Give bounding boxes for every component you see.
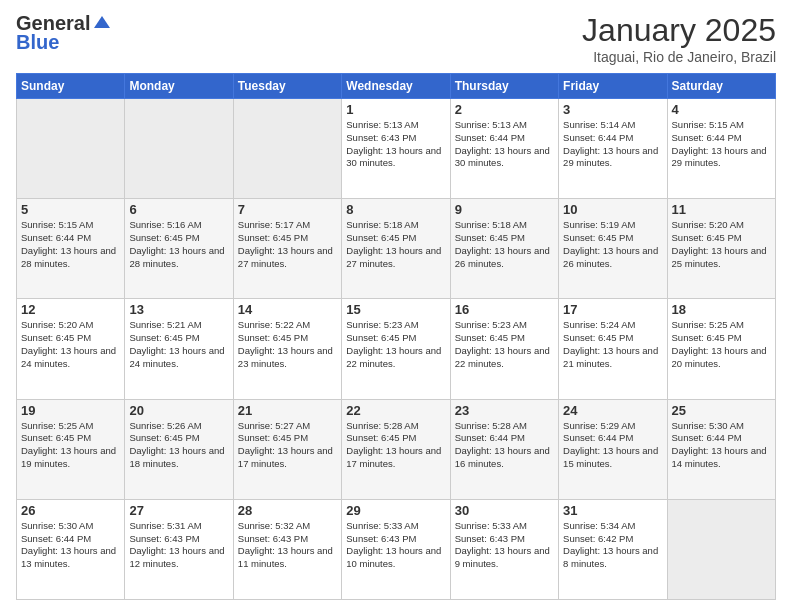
calendar-cell: 25Sunrise: 5:30 AM Sunset: 6:44 PM Dayli…	[667, 399, 775, 499]
day-info: Sunrise: 5:25 AM Sunset: 6:45 PM Dayligh…	[672, 319, 771, 370]
calendar-cell: 18Sunrise: 5:25 AM Sunset: 6:45 PM Dayli…	[667, 299, 775, 399]
day-info: Sunrise: 5:19 AM Sunset: 6:45 PM Dayligh…	[563, 219, 662, 270]
calendar-cell: 17Sunrise: 5:24 AM Sunset: 6:45 PM Dayli…	[559, 299, 667, 399]
day-number: 22	[346, 403, 445, 418]
day-number: 29	[346, 503, 445, 518]
day-number: 13	[129, 302, 228, 317]
day-number: 9	[455, 202, 554, 217]
calendar-cell	[125, 99, 233, 199]
day-number: 24	[563, 403, 662, 418]
calendar-cell: 7Sunrise: 5:17 AM Sunset: 6:45 PM Daylig…	[233, 199, 341, 299]
calendar-cell: 6Sunrise: 5:16 AM Sunset: 6:45 PM Daylig…	[125, 199, 233, 299]
day-number: 20	[129, 403, 228, 418]
calendar-cell: 8Sunrise: 5:18 AM Sunset: 6:45 PM Daylig…	[342, 199, 450, 299]
col-header-saturday: Saturday	[667, 74, 775, 99]
week-row-2: 5Sunrise: 5:15 AM Sunset: 6:44 PM Daylig…	[17, 199, 776, 299]
calendar-cell: 9Sunrise: 5:18 AM Sunset: 6:45 PM Daylig…	[450, 199, 558, 299]
calendar-cell: 1Sunrise: 5:13 AM Sunset: 6:43 PM Daylig…	[342, 99, 450, 199]
calendar-cell	[667, 499, 775, 599]
day-info: Sunrise: 5:18 AM Sunset: 6:45 PM Dayligh…	[346, 219, 445, 270]
logo-icon	[92, 14, 112, 34]
day-info: Sunrise: 5:26 AM Sunset: 6:45 PM Dayligh…	[129, 420, 228, 471]
day-number: 31	[563, 503, 662, 518]
calendar-cell: 26Sunrise: 5:30 AM Sunset: 6:44 PM Dayli…	[17, 499, 125, 599]
calendar-cell: 20Sunrise: 5:26 AM Sunset: 6:45 PM Dayli…	[125, 399, 233, 499]
calendar-cell: 3Sunrise: 5:14 AM Sunset: 6:44 PM Daylig…	[559, 99, 667, 199]
day-number: 14	[238, 302, 337, 317]
day-number: 28	[238, 503, 337, 518]
calendar-cell: 4Sunrise: 5:15 AM Sunset: 6:44 PM Daylig…	[667, 99, 775, 199]
col-header-monday: Monday	[125, 74, 233, 99]
svg-marker-0	[94, 16, 110, 28]
day-number: 3	[563, 102, 662, 117]
day-info: Sunrise: 5:13 AM Sunset: 6:44 PM Dayligh…	[455, 119, 554, 170]
calendar-cell: 31Sunrise: 5:34 AM Sunset: 6:42 PM Dayli…	[559, 499, 667, 599]
day-number: 11	[672, 202, 771, 217]
day-number: 23	[455, 403, 554, 418]
calendar-table: SundayMondayTuesdayWednesdayThursdayFrid…	[16, 73, 776, 600]
day-info: Sunrise: 5:24 AM Sunset: 6:45 PM Dayligh…	[563, 319, 662, 370]
calendar-cell: 16Sunrise: 5:23 AM Sunset: 6:45 PM Dayli…	[450, 299, 558, 399]
day-info: Sunrise: 5:15 AM Sunset: 6:44 PM Dayligh…	[672, 119, 771, 170]
calendar-cell: 24Sunrise: 5:29 AM Sunset: 6:44 PM Dayli…	[559, 399, 667, 499]
day-number: 18	[672, 302, 771, 317]
day-info: Sunrise: 5:14 AM Sunset: 6:44 PM Dayligh…	[563, 119, 662, 170]
day-number: 30	[455, 503, 554, 518]
day-info: Sunrise: 5:29 AM Sunset: 6:44 PM Dayligh…	[563, 420, 662, 471]
calendar-cell: 28Sunrise: 5:32 AM Sunset: 6:43 PM Dayli…	[233, 499, 341, 599]
day-info: Sunrise: 5:33 AM Sunset: 6:43 PM Dayligh…	[455, 520, 554, 571]
calendar-cell: 27Sunrise: 5:31 AM Sunset: 6:43 PM Dayli…	[125, 499, 233, 599]
calendar-cell: 30Sunrise: 5:33 AM Sunset: 6:43 PM Dayli…	[450, 499, 558, 599]
day-info: Sunrise: 5:32 AM Sunset: 6:43 PM Dayligh…	[238, 520, 337, 571]
day-number: 12	[21, 302, 120, 317]
day-number: 19	[21, 403, 120, 418]
day-info: Sunrise: 5:25 AM Sunset: 6:45 PM Dayligh…	[21, 420, 120, 471]
day-info: Sunrise: 5:13 AM Sunset: 6:43 PM Dayligh…	[346, 119, 445, 170]
calendar-cell: 15Sunrise: 5:23 AM Sunset: 6:45 PM Dayli…	[342, 299, 450, 399]
calendar-cell: 11Sunrise: 5:20 AM Sunset: 6:45 PM Dayli…	[667, 199, 775, 299]
day-info: Sunrise: 5:27 AM Sunset: 6:45 PM Dayligh…	[238, 420, 337, 471]
calendar-cell: 22Sunrise: 5:28 AM Sunset: 6:45 PM Dayli…	[342, 399, 450, 499]
page: General Blue January 2025 Itaguai, Rio d…	[0, 0, 792, 612]
day-number: 17	[563, 302, 662, 317]
day-number: 16	[455, 302, 554, 317]
calendar-cell: 23Sunrise: 5:28 AM Sunset: 6:44 PM Dayli…	[450, 399, 558, 499]
day-number: 27	[129, 503, 228, 518]
day-info: Sunrise: 5:30 AM Sunset: 6:44 PM Dayligh…	[21, 520, 120, 571]
day-number: 1	[346, 102, 445, 117]
day-number: 4	[672, 102, 771, 117]
day-info: Sunrise: 5:22 AM Sunset: 6:45 PM Dayligh…	[238, 319, 337, 370]
week-row-5: 26Sunrise: 5:30 AM Sunset: 6:44 PM Dayli…	[17, 499, 776, 599]
month-title: January 2025	[582, 12, 776, 49]
day-info: Sunrise: 5:28 AM Sunset: 6:44 PM Dayligh…	[455, 420, 554, 471]
day-info: Sunrise: 5:28 AM Sunset: 6:45 PM Dayligh…	[346, 420, 445, 471]
day-info: Sunrise: 5:15 AM Sunset: 6:44 PM Dayligh…	[21, 219, 120, 270]
day-number: 10	[563, 202, 662, 217]
day-info: Sunrise: 5:17 AM Sunset: 6:45 PM Dayligh…	[238, 219, 337, 270]
location: Itaguai, Rio de Janeiro, Brazil	[582, 49, 776, 65]
calendar-cell: 12Sunrise: 5:20 AM Sunset: 6:45 PM Dayli…	[17, 299, 125, 399]
day-info: Sunrise: 5:23 AM Sunset: 6:45 PM Dayligh…	[346, 319, 445, 370]
day-info: Sunrise: 5:23 AM Sunset: 6:45 PM Dayligh…	[455, 319, 554, 370]
calendar-cell	[233, 99, 341, 199]
week-row-1: 1Sunrise: 5:13 AM Sunset: 6:43 PM Daylig…	[17, 99, 776, 199]
day-number: 21	[238, 403, 337, 418]
day-number: 8	[346, 202, 445, 217]
day-info: Sunrise: 5:31 AM Sunset: 6:43 PM Dayligh…	[129, 520, 228, 571]
calendar-cell	[17, 99, 125, 199]
logo-blue: Blue	[16, 31, 59, 54]
day-number: 2	[455, 102, 554, 117]
calendar-cell: 21Sunrise: 5:27 AM Sunset: 6:45 PM Dayli…	[233, 399, 341, 499]
col-header-friday: Friday	[559, 74, 667, 99]
day-info: Sunrise: 5:18 AM Sunset: 6:45 PM Dayligh…	[455, 219, 554, 270]
col-header-thursday: Thursday	[450, 74, 558, 99]
day-number: 15	[346, 302, 445, 317]
day-info: Sunrise: 5:16 AM Sunset: 6:45 PM Dayligh…	[129, 219, 228, 270]
calendar-cell: 2Sunrise: 5:13 AM Sunset: 6:44 PM Daylig…	[450, 99, 558, 199]
day-number: 7	[238, 202, 337, 217]
day-info: Sunrise: 5:33 AM Sunset: 6:43 PM Dayligh…	[346, 520, 445, 571]
col-header-sunday: Sunday	[17, 74, 125, 99]
week-row-4: 19Sunrise: 5:25 AM Sunset: 6:45 PM Dayli…	[17, 399, 776, 499]
day-info: Sunrise: 5:30 AM Sunset: 6:44 PM Dayligh…	[672, 420, 771, 471]
calendar-cell: 19Sunrise: 5:25 AM Sunset: 6:45 PM Dayli…	[17, 399, 125, 499]
